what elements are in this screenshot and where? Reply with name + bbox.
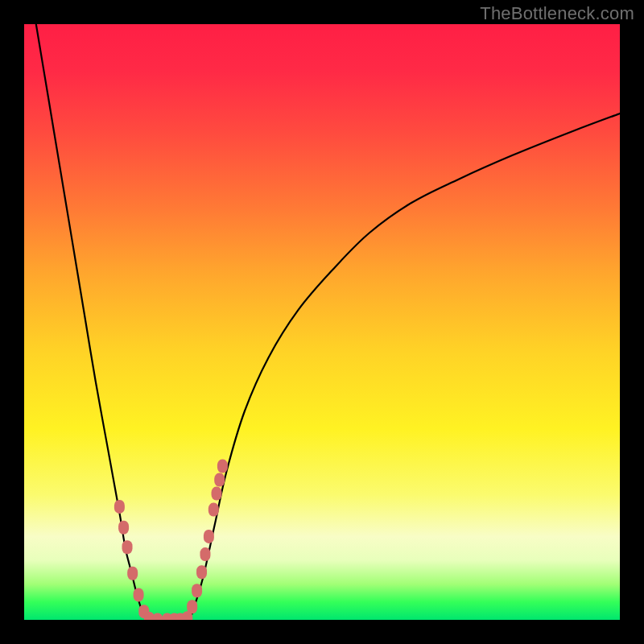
- data-marker: [212, 487, 222, 501]
- data-marker: [192, 584, 202, 597]
- watermark-text: TheBottleneck.com: [480, 3, 634, 24]
- data-marker: [118, 521, 129, 535]
- data-marker: [214, 473, 225, 487]
- data-marker: [217, 460, 228, 473]
- data-marker: [204, 530, 214, 543]
- data-marker: [114, 500, 125, 514]
- chart-stage: TheBottleneck.com: [0, 0, 644, 644]
- data-marker: [208, 503, 219, 517]
- data-marker: [127, 567, 138, 580]
- data-marker: [196, 565, 207, 579]
- data-marker: [152, 613, 163, 621]
- plot-area: [24, 24, 620, 620]
- data-marker: [200, 547, 210, 561]
- data-marker: [134, 588, 144, 601]
- data-marker: [122, 540, 133, 554]
- marker-group: [114, 460, 228, 620]
- curve-layer: [24, 24, 620, 620]
- data-marker: [187, 600, 197, 613]
